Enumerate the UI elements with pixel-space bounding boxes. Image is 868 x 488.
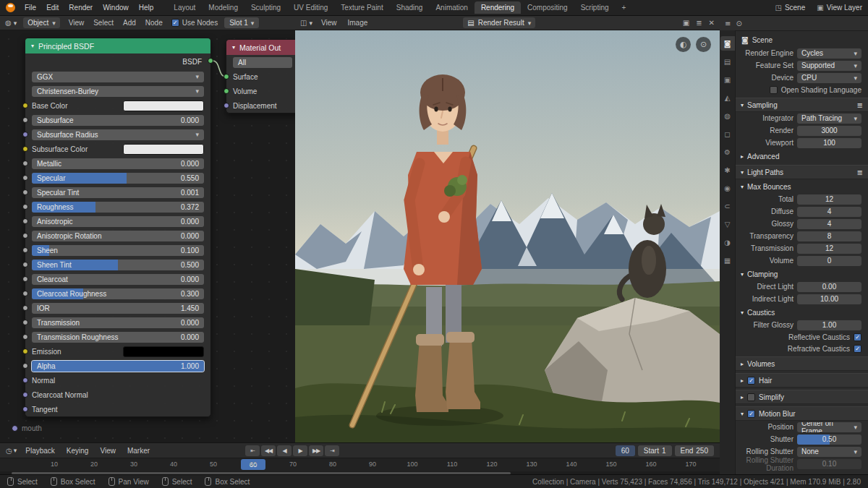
anisotropic-rotation-slider[interactable]: Anisotropic Rotation0.000: [32, 231, 204, 241]
specular-slider[interactable]: Specular0.550: [32, 173, 204, 184]
subsurface-radius-dropdown[interactable]: Subsurface Radius▾: [32, 129, 204, 140]
panel-caustics[interactable]: ▾ Caustics: [736, 306, 868, 319]
input-socket[interactable]: [22, 305, 28, 311]
panel-volumes[interactable]: ▸ Volumes: [736, 356, 868, 371]
blender-logo-icon[interactable]: [6, 3, 15, 12]
input-socket[interactable]: [22, 175, 28, 181]
properties-tab-physics[interactable]: ◉: [720, 181, 735, 195]
menu-help[interactable]: Help: [134, 2, 159, 13]
christensen-burley-dropdown[interactable]: Christensen-Burley▾: [32, 86, 204, 97]
view-layer-selector[interactable]: ▣ View Layer: [817, 4, 862, 12]
bsdf-node-header[interactable]: ▾ Principled BSDF: [25, 38, 210, 53]
transmission-slider[interactable]: Transmission0.000: [32, 317, 204, 328]
image-options-button[interactable]: ≣: [696, 19, 702, 27]
input-socket[interactable]: [22, 262, 28, 267]
play-button[interactable]: ▶: [293, 445, 307, 456]
input-socket[interactable]: [22, 103, 28, 108]
input-socket[interactable]: [22, 146, 28, 152]
scene-selector[interactable]: ◳ Scene: [775, 4, 805, 12]
input-socket[interactable]: [22, 247, 28, 253]
menu-image[interactable]: Image: [345, 18, 370, 27]
menu-edit[interactable]: Edit: [41, 2, 64, 13]
input-socket[interactable]: [22, 132, 28, 137]
collapse-icon[interactable]: ▾: [232, 44, 235, 51]
input-socket[interactable]: [22, 189, 28, 195]
input-socket[interactable]: [224, 88, 229, 94]
panel-simplify[interactable]: ▸ Simplify: [736, 390, 868, 404]
input-socket[interactable]: [22, 276, 28, 282]
clearcoat-roughness-slider[interactable]: Clearcoat Roughness0.300: [32, 288, 204, 299]
properties-tab-modifiers[interactable]: ⚙: [720, 145, 735, 159]
menu-view[interactable]: View: [319, 18, 339, 27]
timeline-ruler[interactable]: 60 1020304050607080901001101201301401501…: [0, 458, 720, 471]
panel-advanced[interactable]: ▸ Advanced: [736, 150, 868, 163]
input-socket[interactable]: [22, 117, 28, 123]
input-socket[interactable]: [22, 348, 28, 354]
properties-tab-output[interactable]: ▤: [720, 54, 735, 69]
slot-dropdown[interactable]: Slot 1 ▾: [224, 17, 259, 28]
workspace-tab-compositing[interactable]: Compositing: [521, 1, 574, 14]
roughness-slider[interactable]: Roughness0.372: [32, 202, 204, 213]
properties-tab-material[interactable]: ◑: [720, 235, 735, 249]
subsurface-color-swatch[interactable]: [123, 144, 204, 155]
refractive-caustics-checkbox[interactable]: ✓: [854, 345, 861, 353]
integrator-dropdown[interactable]: Path Tracing ▾: [797, 114, 861, 124]
timeline-editor-type-icon[interactable]: ◷: [6, 447, 12, 455]
collapse-icon[interactable]: ▾: [31, 43, 34, 49]
alpha-slider[interactable]: Alpha1.000: [32, 361, 204, 372]
workspace-tab-modeling[interactable]: Modeling: [202, 1, 244, 14]
indirect-light-field[interactable]: 10.00: [797, 294, 861, 304]
input-socket[interactable]: [224, 74, 229, 80]
input-socket[interactable]: [22, 320, 28, 325]
jump-to-start-button[interactable]: ⇤: [245, 445, 260, 456]
properties-tab-render[interactable]: ◙: [720, 36, 735, 51]
input-socket[interactable]: [22, 160, 28, 166]
viewport-samples-field[interactable]: 100: [797, 138, 861, 148]
properties-editor-type-icon[interactable]: ≡: [725, 20, 731, 27]
panel-max-bounces[interactable]: ▾ Max Bounces: [736, 180, 868, 193]
workspace-tab-sculpting[interactable]: Sculpting: [244, 1, 287, 14]
previous-keyframe-button[interactable]: ◀◀: [261, 445, 276, 456]
input-socket[interactable]: [22, 218, 28, 224]
panel-light-paths[interactable]: ▾ Light Paths ≣: [736, 165, 868, 179]
menu-add[interactable]: Add: [121, 18, 138, 27]
ggx-dropdown[interactable]: GGX▾: [32, 72, 204, 82]
bounces-volume-field[interactable]: 0: [797, 256, 861, 266]
overlay-toggle-button[interactable]: ◐: [676, 37, 691, 52]
bounces-transmission-field[interactable]: 12: [797, 244, 861, 254]
bounces-transparency-field[interactable]: 8: [797, 231, 861, 241]
frame-start-field[interactable]: Start 1: [638, 445, 672, 456]
bounces-glossy-field[interactable]: 4: [797, 219, 861, 229]
menu-node[interactable]: Node: [143, 18, 165, 27]
motion-blur-checkbox[interactable]: ✓: [747, 410, 755, 418]
input-socket[interactable]: [22, 363, 28, 369]
next-keyframe-button[interactable]: ▶▶: [309, 445, 323, 456]
unlink-image-button[interactable]: ✕: [709, 19, 715, 27]
metallic-slider[interactable]: Metallic0.000: [32, 158, 204, 169]
menu-file[interactable]: File: [20, 2, 41, 13]
device-dropdown[interactable]: CPU ▾: [797, 73, 861, 83]
play-reverse-button[interactable]: ◀: [277, 445, 292, 456]
workspace-tab-shading[interactable]: Shading: [390, 1, 430, 14]
osl-checkbox[interactable]: [770, 86, 778, 94]
menu-marker[interactable]: Marker: [125, 446, 152, 455]
feature-set-dropdown[interactable]: Supported ▾: [797, 61, 861, 71]
frame-end-field[interactable]: End 250: [675, 445, 714, 456]
principled-bsdf-node[interactable]: ▾ Principled BSDF BSDF GGX▾Christensen-B…: [25, 38, 211, 417]
sheen-tint-slider[interactable]: Sheen Tint0.500: [32, 260, 204, 270]
input-socket[interactable]: [224, 103, 229, 108]
ior-slider[interactable]: IOR1.450: [32, 303, 204, 314]
properties-tab-texture[interactable]: ▦: [720, 253, 735, 267]
menu-window[interactable]: Window: [98, 2, 134, 13]
properties-tab-view-layer[interactable]: ▣: [720, 72, 735, 87]
position-dropdown[interactable]: Center on Frame ▾: [797, 422, 861, 432]
input-socket[interactable]: [22, 406, 28, 412]
input-socket[interactable]: [22, 233, 28, 239]
display-channels-button[interactable]: ▣: [683, 19, 689, 27]
bounces-diffuse-field[interactable]: 4: [797, 207, 861, 217]
properties-tab-scene[interactable]: ◭: [720, 90, 735, 105]
bounces-total-field[interactable]: 12: [797, 194, 861, 205]
search-icon[interactable]: ⊙: [736, 20, 741, 27]
properties-tab-constraints[interactable]: ⊂: [720, 199, 735, 213]
subsurface-slider[interactable]: Subsurface0.000: [32, 115, 204, 126]
